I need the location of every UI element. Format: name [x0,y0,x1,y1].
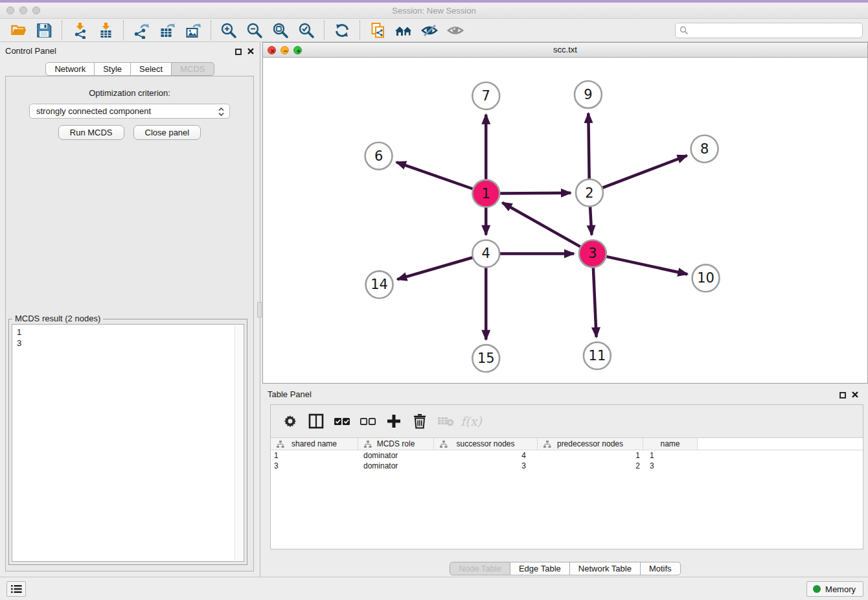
graph-node-4[interactable]: 4 [472,240,499,267]
import-network-icon[interactable] [67,20,93,41]
svg-text:2: 2 [585,185,593,201]
tab-motifs[interactable]: Motifs [641,562,681,575]
graph-edge-2-9[interactable] [588,113,589,180]
mcds-result-title: MCDS result (2 nodes) [12,314,103,323]
delete-row-icon[interactable] [408,410,431,433]
network-maximize-button[interactable] [293,46,302,54]
show-graphics-details-icon[interactable] [442,20,468,41]
table-settings-icon[interactable] [279,410,301,433]
table-cell[interactable]: 4 [434,450,538,461]
tab-style[interactable]: Style [95,62,131,76]
import-table-icon[interactable] [93,20,119,41]
node-table-container: f(x) shared nameMCDS rolesuccessor nodes… [270,404,863,549]
export-network-icon[interactable] [128,20,154,41]
graph-node-10[interactable]: 10 [692,264,720,292]
mcds-result-scrollbar[interactable] [234,325,243,560]
float-table-panel-icon[interactable] [839,392,846,398]
toolbar-separator [324,21,325,40]
select-all-icon[interactable] [330,410,353,433]
zoom-fit-icon[interactable] [268,20,293,41]
table-cell[interactable]: 3 [643,461,698,471]
open-file-icon[interactable] [5,20,31,41]
graph-edge-3-1[interactable] [502,203,581,248]
deselect-all-icon[interactable] [356,410,379,433]
refresh-icon[interactable] [329,20,355,41]
table-cell[interactable]: 1 [643,450,698,461]
maximize-window-button[interactable] [32,6,40,14]
column-header-shared-name[interactable]: shared name [271,438,358,450]
table-cell[interactable]: dominator [358,450,434,461]
svg-text:6: 6 [374,148,383,164]
tab-mcds[interactable]: MCDS [172,62,214,76]
float-panel-icon[interactable] [235,49,242,55]
network-canvas[interactable]: 7968124314101511 [263,58,867,383]
graph-node-11[interactable]: 11 [584,342,611,369]
graph-node-3[interactable]: 3 [579,240,606,267]
table-row[interactable]: 1dominator411 [271,450,863,461]
add-row-icon[interactable] [382,410,405,433]
column-header-name[interactable]: name [643,438,698,450]
column-header-predecessor-nodes[interactable]: predecessor nodes [538,438,643,450]
table-cell[interactable]: 3 [271,461,358,471]
tab-edge-table[interactable]: Edge Table [510,562,570,575]
fx-label: f(x) [461,414,482,428]
table-cell[interactable]: 1 [538,450,643,461]
export-image-icon[interactable] [180,20,206,41]
zoom-out-icon[interactable] [242,20,268,41]
graph-node-8[interactable]: 8 [691,135,718,163]
tab-network[interactable]: Network [45,62,95,76]
list-icon [11,584,22,594]
graph-node-7[interactable]: 7 [472,82,499,110]
close-panel-icon[interactable] [247,47,255,55]
duplicate-network-icon[interactable] [365,20,391,41]
search-input[interactable] [675,23,863,38]
graph-edge-1-6[interactable] [396,162,474,189]
graph-edge-3-11[interactable] [593,266,597,337]
splitter-handle[interactable] [257,302,262,317]
minimize-window-button[interactable] [19,6,27,14]
control-panel-title: Control Panel [5,46,56,56]
network-view-window: scc.txt 7968124314101511 [262,42,868,384]
column-header-MCDS-role[interactable]: MCDS role [358,438,434,450]
task-history-button[interactable] [6,581,26,597]
network-window-title: scc.txt [263,43,867,57]
table-row[interactable]: 3dominator323 [271,461,863,471]
graph-node-14[interactable]: 14 [366,271,393,298]
run-mcds-button[interactable]: Run MCDS [58,125,124,140]
graph-node-2[interactable]: 2 [576,179,603,207]
table-cell[interactable]: 3 [434,461,538,471]
graph-node-15[interactable]: 15 [472,345,499,372]
status-bar: Memory [0,577,868,600]
search-icon [680,26,689,35]
table-cell[interactable]: 2 [538,461,643,471]
hide-graphics-details-icon[interactable] [417,20,442,41]
table-cell[interactable]: dominator [358,461,434,471]
first-neighbors-icon[interactable] [391,20,417,41]
network-close-button[interactable] [268,46,276,54]
graph-edge-3-10[interactable] [605,257,687,275]
zoom-in-icon[interactable] [216,20,242,41]
export-table-icon[interactable] [154,20,180,41]
graph-edge-4-14[interactable] [397,257,474,279]
save-session-icon[interactable] [31,20,57,41]
close-table-panel-icon[interactable] [851,391,859,398]
tab-select[interactable]: Select [131,62,172,76]
tab-network-table[interactable]: Network Table [570,562,641,575]
zoom-selected-icon[interactable] [293,20,319,41]
graph-node-6[interactable]: 6 [365,143,393,170]
criterion-dropdown[interactable]: strongly connected component [29,104,230,119]
graph-node-1[interactable]: 1 [472,180,499,207]
tab-node-table[interactable]: Node Table [450,562,510,575]
table-cell[interactable]: 1 [271,450,358,461]
mcds-result-box[interactable]: 1 3 [12,324,244,562]
graph-edge-1-2[interactable] [499,193,571,194]
network-minimize-button[interactable] [280,46,289,54]
show-columns-icon[interactable] [304,410,327,433]
graph-edge-2-8[interactable] [602,156,687,188]
column-header-successor-nodes[interactable]: successor nodes [434,438,538,450]
close-window-button[interactable] [6,6,14,14]
close-panel-button[interactable]: Close panel [133,125,201,140]
graph-node-9[interactable]: 9 [575,81,602,108]
memory-button[interactable]: Memory [806,581,863,597]
graph-edge-2-3[interactable] [590,206,591,235]
